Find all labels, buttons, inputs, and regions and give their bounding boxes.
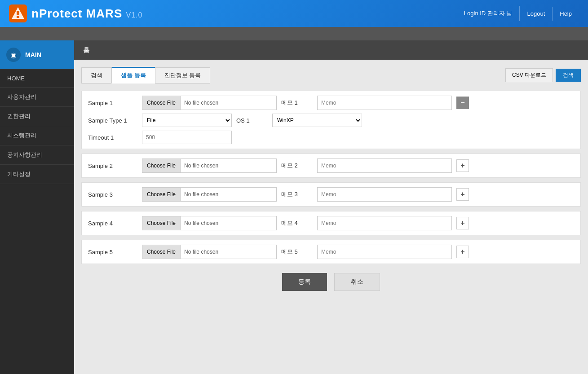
- sidebar-item-home[interactable]: HOME: [0, 70, 74, 88]
- sample-block-2: Sample 2 Choose File No file chosen 메모 2…: [81, 154, 581, 178]
- header-actions: Login ID 관리자 님 Logout Help: [457, 6, 579, 21]
- sample-4-file-chosen: No file chosen: [181, 220, 222, 226]
- bottom-buttons: 등록 취소: [81, 273, 581, 300]
- sample-4-add-btn[interactable]: +: [456, 217, 469, 229]
- sample-5-file-chosen: No file chosen: [181, 249, 222, 255]
- tab-sample-register[interactable]: 샘플 등록: [111, 67, 155, 84]
- app-header: nProtect MARS V1.0 Login ID 관리자 님 Logout…: [0, 0, 588, 27]
- page-header: 홈: [74, 40, 588, 60]
- sample-3-add-btn[interactable]: +: [456, 188, 469, 201]
- sidebar-item-auth-mgmt[interactable]: 권한관리: [0, 107, 74, 126]
- sample-5-label: Sample 5: [88, 249, 137, 255]
- tab-search[interactable]: 검색: [81, 67, 112, 84]
- sample-2-memo-input[interactable]: [317, 158, 452, 173]
- sample-row-5: Sample 5 Choose File No file chosen 메모 5…: [88, 245, 574, 259]
- sample-type-1-label: Sample Type 1: [88, 117, 137, 124]
- sample-2-add-btn[interactable]: +: [456, 159, 469, 172]
- main-layout: ◉ MAIN HOME 사용자관리 권한관리 시스템관리 공지사항관리 기타설정…: [0, 40, 588, 374]
- help-button[interactable]: Help: [553, 7, 579, 21]
- sample-5-add-btn[interactable]: +: [456, 246, 469, 258]
- os-1-select[interactable]: WinXP Win7 Win10 Linux: [272, 114, 362, 127]
- sample-5-memo-input[interactable]: [317, 245, 452, 259]
- login-info: Login ID 관리자 님: [457, 6, 520, 21]
- sample-1-extra-type: Sample Type 1 File URL Memory OS 1 WinXP…: [88, 114, 574, 127]
- svg-rect-3: [17, 16, 19, 18]
- sample-4-label: Sample 4: [88, 220, 137, 227]
- sample-row-4: Sample 4 Choose File No file chosen 메모 4…: [88, 216, 574, 230]
- sample-type-1-select[interactable]: File URL Memory: [142, 114, 232, 127]
- sample-3-memo-label: 메모 3: [281, 190, 313, 198]
- sample-2-label: Sample 2: [88, 163, 137, 169]
- sample-2-file-chosen: No file chosen: [181, 163, 222, 169]
- logout-button[interactable]: Logout: [520, 7, 553, 21]
- sample-block-4: Sample 4 Choose File No file chosen 메모 4…: [81, 211, 581, 235]
- timeout-1-input[interactable]: [142, 131, 232, 144]
- content-area: 검색 샘플 등록 진단정보 등록 CSV 다운로드 검색 Sample 1 Ch…: [74, 60, 588, 307]
- sample-1-memo-input[interactable]: [317, 96, 452, 110]
- sample-5-choose-file-btn[interactable]: Choose File: [142, 245, 181, 259]
- sample-1-memo-label: 메모 1: [281, 99, 313, 107]
- tab-diagnosis-register[interactable]: 진단정보 등록: [155, 67, 211, 84]
- sample-3-memo-input[interactable]: [317, 187, 452, 202]
- sample-1-label: Sample 1: [88, 100, 137, 106]
- sample-block-3: Sample 3 Choose File No file chosen 메모 3…: [81, 182, 581, 207]
- sidebar-item-notice-mgmt[interactable]: 공지사항관리: [0, 145, 74, 165]
- sample-4-memo-input[interactable]: [317, 216, 452, 230]
- sample-2-memo-label: 메모 2: [281, 162, 313, 170]
- csv-download-button[interactable]: CSV 다운로드: [505, 68, 553, 82]
- os-1-label: OS 1: [236, 117, 268, 124]
- sample-5-memo-label: 메모 5: [281, 248, 313, 256]
- sample-block-5: Sample 5 Choose File No file chosen 메모 5…: [81, 240, 581, 264]
- sidebar-main-icon: ◉: [6, 48, 21, 62]
- sample-2-file-input[interactable]: Choose File No file chosen: [142, 158, 277, 173]
- register-button[interactable]: 등록: [282, 273, 327, 291]
- sample-3-choose-file-btn[interactable]: Choose File: [142, 188, 181, 201]
- sidebar-item-user-mgmt[interactable]: 사용자관리: [0, 88, 74, 107]
- logo: nProtect MARS V1.0: [9, 4, 142, 22]
- breadcrumb: 홈: [83, 46, 90, 53]
- sidebar-item-sys-mgmt[interactable]: 시스템관리: [0, 126, 74, 145]
- tab-bar: 검색 샘플 등록 진단정보 등록 CSV 다운로드 검색: [81, 67, 581, 84]
- search-button[interactable]: 검색: [556, 69, 581, 82]
- sample-1-choose-file-btn[interactable]: Choose File: [142, 96, 181, 110]
- svg-rect-2: [17, 11, 19, 15]
- sample-5-file-input[interactable]: Choose File No file chosen: [142, 245, 277, 259]
- sample-4-choose-file-btn[interactable]: Choose File: [142, 216, 181, 230]
- app-version: V1.0: [126, 11, 142, 19]
- sample-3-file-input[interactable]: Choose File No file chosen: [142, 187, 277, 202]
- timeout-1-label: Timeout 1: [88, 134, 137, 141]
- sample-4-memo-label: 메모 4: [281, 219, 313, 227]
- main-content: 홈 검색 샘플 등록 진단정보 등록 CSV 다운로드 검색 Sample 1 …: [74, 40, 588, 374]
- sidebar-item-other-settings[interactable]: 기타설정: [0, 165, 74, 184]
- sample-3-label: Sample 3: [88, 191, 137, 198]
- sidebar: ◉ MAIN HOME 사용자관리 권한관리 시스템관리 공지사항관리 기타설정: [0, 40, 74, 374]
- cancel-button[interactable]: 취소: [334, 273, 380, 291]
- sample-3-file-chosen: No file chosen: [181, 191, 222, 198]
- app-title: nProtect MARS V1.0: [31, 7, 142, 21]
- sidebar-main-section: ◉ MAIN: [0, 40, 74, 70]
- sample-1-remove-btn[interactable]: −: [456, 97, 469, 109]
- sample-row-2: Sample 2 Choose File No file chosen 메모 2…: [88, 158, 574, 173]
- sample-block-1: Sample 1 Choose File No file chosen 메모 1…: [81, 91, 581, 149]
- sub-header-bar: [0, 27, 588, 40]
- sample-1-extra-timeout: Timeout 1: [88, 131, 574, 144]
- sample-row-3: Sample 3 Choose File No file chosen 메모 3…: [88, 187, 574, 202]
- sample-4-file-input[interactable]: Choose File No file chosen: [142, 216, 277, 230]
- logo-icon: [9, 4, 27, 22]
- sample-1-file-input[interactable]: Choose File No file chosen: [142, 96, 277, 110]
- sample-1-file-chosen: No file chosen: [181, 100, 222, 106]
- sample-2-choose-file-btn[interactable]: Choose File: [142, 159, 181, 172]
- sidebar-main-label: MAIN: [25, 51, 41, 58]
- sample-row-1: Sample 1 Choose File No file chosen 메모 1…: [88, 96, 574, 110]
